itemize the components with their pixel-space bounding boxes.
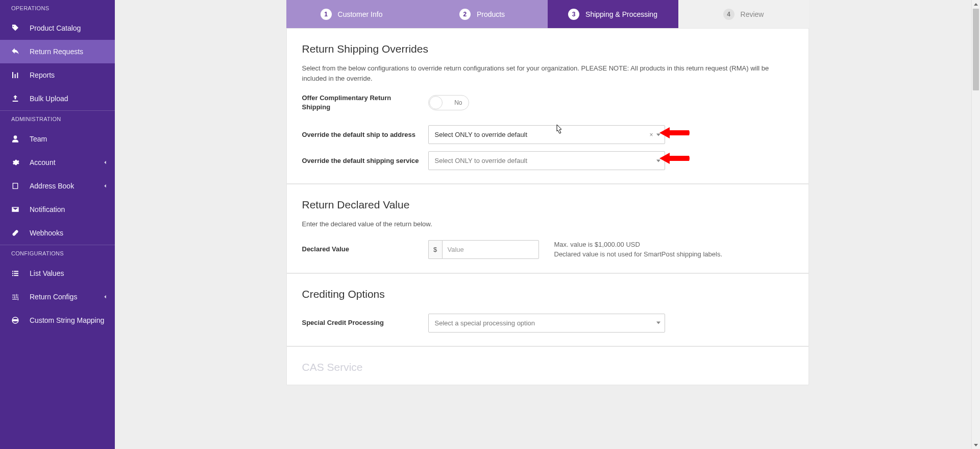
envelope-icon [11, 205, 30, 214]
sidebar-item-account[interactable]: Account [0, 151, 115, 174]
gear-icon [11, 158, 30, 167]
label-special-credit: Special Credit Processing [302, 318, 428, 327]
panel-shipping-overrides: Return Shipping Overrides Select from th… [286, 28, 809, 184]
select-value: Select ONLY to override default [435, 131, 528, 138]
globe-icon [11, 316, 30, 324]
sidebar: OPERATIONS Product Catalog Return Reques… [0, 0, 115, 449]
step-products[interactable]: 2 Products [417, 0, 548, 28]
step-review[interactable]: 4 Review [678, 0, 809, 28]
book-icon [11, 182, 30, 190]
chevron-left-icon [103, 182, 108, 190]
sidebar-item-label: Webhooks [30, 229, 63, 237]
sidebar-item-team[interactable]: Team [0, 127, 115, 151]
declared-value-note-smartpost: Declared value is not used for SmartPost… [554, 249, 793, 259]
sidebar-item-address-book[interactable]: Address Book [0, 174, 115, 198]
clear-icon[interactable]: × [649, 131, 653, 138]
sidebar-item-product-catalog[interactable]: Product Catalog [0, 16, 115, 40]
currency-addon: $ [428, 240, 442, 259]
sidebar-item-label: List Values [30, 269, 64, 277]
sidebar-section-configurations: CONFIGURATIONS [0, 245, 115, 262]
sidebar-item-label: Reports [30, 71, 55, 79]
panel-declared-value: Return Declared Value Enter the declared… [286, 184, 809, 273]
toggle-knob [429, 96, 443, 109]
toggle-complimentary-shipping[interactable]: No [428, 95, 469, 110]
label-override-service: Override the default shipping service [302, 156, 428, 166]
panel-title: Return Shipping Overrides [302, 43, 793, 55]
list-icon [11, 269, 30, 277]
panel-title: CAS Service [302, 361, 793, 373]
sidebar-item-label: Product Catalog [30, 24, 81, 32]
step-shipping-processing[interactable]: 3 Shipping & Processing [548, 0, 678, 28]
select-override-address[interactable]: Select ONLY to override default × [428, 125, 665, 144]
sidebar-item-bulk-upload[interactable]: Bulk Upload [0, 87, 115, 110]
link-icon [11, 229, 30, 237]
main-content: 1 Customer Info 2 Products 3 Shipping & … [115, 0, 980, 449]
sidebar-item-notification[interactable]: Notification [0, 198, 115, 221]
step-number: 1 [321, 9, 332, 20]
select-override-service[interactable]: Select ONLY to override default [428, 151, 665, 170]
wizard-stepper: 1 Customer Info 2 Products 3 Shipping & … [286, 0, 809, 28]
sidebar-item-label: Bulk Upload [30, 94, 68, 103]
scrollbar-thumb[interactable] [973, 9, 979, 90]
sidebar-item-label: Notification [30, 205, 65, 214]
step-label: Products [477, 10, 505, 18]
chevron-left-icon [103, 158, 108, 167]
panel-cas-service: CAS Service [286, 346, 809, 385]
sidebar-item-custom-string-mapping[interactable]: Custom String Mapping [0, 309, 115, 332]
declared-value-notes: Max. value is $1,000.00 USD Declared val… [539, 240, 793, 259]
upload-icon [11, 94, 30, 103]
panel-description: Select from the below configurations to … [302, 63, 793, 83]
sidebar-item-return-configs[interactable]: Return Configs [0, 285, 115, 309]
sidebar-item-webhooks[interactable]: Webhooks [0, 221, 115, 245]
select-placeholder: Select ONLY to override default [435, 157, 528, 164]
step-number: 2 [459, 9, 471, 20]
scroll-up-button[interactable] [972, 0, 980, 9]
select-placeholder: Select a special processing option [435, 319, 535, 327]
caret-down-icon [656, 322, 660, 324]
tag-icon [11, 24, 30, 32]
sidebar-item-label: Custom String Mapping [30, 316, 104, 324]
label-declared-value: Declared Value [302, 245, 428, 254]
step-label: Review [741, 10, 764, 18]
bar-chart-icon [11, 71, 30, 79]
select-special-credit[interactable]: Select a special processing option [428, 314, 665, 333]
panel-description: Enter the declared value of the return b… [302, 219, 793, 229]
panel-crediting-options: Crediting Options Special Credit Process… [286, 273, 809, 346]
label-override-address: Override the default ship to address [302, 130, 428, 139]
sidebar-item-list-values[interactable]: List Values [0, 262, 115, 285]
sidebar-item-label: Return Configs [30, 293, 77, 301]
sliders-icon [11, 293, 30, 301]
caret-down-icon [656, 133, 660, 136]
declared-value-note-max: Max. value is $1,000.00 USD [554, 240, 793, 250]
chevron-left-icon [103, 293, 108, 301]
label-complimentary-shipping: Offer Complimentary Return Shipping [302, 93, 404, 112]
vertical-scrollbar[interactable] [971, 0, 980, 449]
sidebar-item-label: Account [30, 158, 56, 167]
step-label: Customer Info [338, 10, 383, 18]
step-number: 3 [568, 9, 579, 20]
declared-value-input[interactable] [442, 240, 539, 259]
step-number: 4 [723, 9, 734, 20]
scroll-down-button[interactable] [972, 440, 980, 449]
sidebar-item-label: Team [30, 135, 47, 143]
sidebar-item-return-requests[interactable]: Return Requests [0, 40, 115, 63]
panel-title: Return Declared Value [302, 199, 793, 211]
reply-icon [11, 48, 30, 56]
sidebar-section-administration: ADMINISTRATION [0, 111, 115, 127]
user-icon [11, 135, 30, 143]
step-customer-info[interactable]: 1 Customer Info [286, 0, 417, 28]
caret-down-icon [656, 159, 660, 162]
step-label: Shipping & Processing [585, 10, 657, 18]
panel-title: Crediting Options [302, 288, 793, 300]
sidebar-item-label: Address Book [30, 182, 74, 190]
sidebar-item-reports[interactable]: Reports [0, 63, 115, 87]
sidebar-item-label: Return Requests [30, 48, 83, 56]
sidebar-section-operations: OPERATIONS [0, 0, 115, 16]
toggle-state: No [454, 99, 462, 106]
